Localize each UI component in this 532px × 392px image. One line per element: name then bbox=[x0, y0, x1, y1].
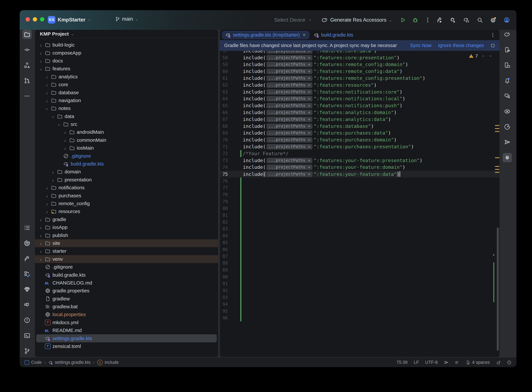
chevron-right-icon[interactable] bbox=[63, 138, 67, 142]
breadcrumb-file[interactable]: settings.gradle.kts bbox=[48, 360, 91, 365]
code-line-94[interactable]: 94 bbox=[220, 301, 499, 308]
chevron-right-icon[interactable] bbox=[39, 218, 43, 221]
line-number[interactable]: 68 bbox=[220, 124, 228, 129]
tree-row-venv[interactable]: venv bbox=[35, 255, 218, 263]
previous-problem-button[interactable] bbox=[481, 54, 485, 58]
tree-row-build-gradle-kts[interactable]: build.gradle.kts bbox=[35, 160, 218, 168]
chevron-right-icon[interactable] bbox=[39, 225, 43, 229]
code-line-71[interactable]: 71include(...projectPaths =":features:pu… bbox=[220, 143, 499, 150]
coverage-pie-icon[interactable] bbox=[23, 239, 32, 248]
code-line-75[interactable]: 75include(...projectPaths =":features:yo… bbox=[220, 171, 499, 177]
chevron-right-icon[interactable] bbox=[45, 202, 49, 205]
pie-outline-icon[interactable] bbox=[503, 122, 512, 131]
tab-options-button[interactable] bbox=[490, 32, 496, 38]
line-number[interactable]: 95 bbox=[220, 308, 228, 314]
chevron-right-icon[interactable] bbox=[39, 59, 43, 63]
debug-attach-icon[interactable] bbox=[450, 17, 456, 23]
line-number[interactable]: 69 bbox=[220, 131, 228, 135]
line-number[interactable]: 93 bbox=[220, 295, 228, 300]
chevron-down-icon[interactable] bbox=[39, 67, 43, 70]
code-line-65[interactable]: 65include(...projectPaths =":features:no… bbox=[220, 102, 499, 109]
line-number[interactable]: 89 bbox=[220, 267, 228, 273]
todo-list-icon[interactable] bbox=[23, 223, 32, 232]
line-ending[interactable]: LF bbox=[414, 360, 419, 365]
chevron-right-icon[interactable] bbox=[45, 91, 49, 94]
line-number[interactable]: 59 bbox=[220, 62, 228, 67]
chevron-down-icon[interactable] bbox=[51, 115, 55, 118]
warning-stripe-mark[interactable] bbox=[495, 128, 499, 129]
code-line-82[interactable]: 82 bbox=[220, 219, 499, 225]
dash-cat-icon[interactable] bbox=[23, 300, 32, 309]
tree-row-notes[interactable]: notes bbox=[35, 104, 218, 112]
project-switcher[interactable]: KS KmpStarter bbox=[48, 16, 91, 23]
editor-tab[interactable]: settings.gradle.kts (KmpStarter)✕ bbox=[222, 31, 309, 39]
line-number[interactable]: 75 bbox=[220, 172, 228, 177]
code-line-60[interactable]: 60include(...projectPaths =":features:re… bbox=[220, 68, 499, 75]
code-line-62[interactable]: 62include(...projectPaths =":features:re… bbox=[220, 82, 499, 89]
chevron-right-icon[interactable] bbox=[45, 99, 49, 102]
tree-row-purchases[interactable]: purchases bbox=[35, 191, 218, 200]
indent-settings[interactable]: 4 spaces bbox=[466, 360, 490, 365]
tree-row-core[interactable]: core bbox=[35, 81, 218, 89]
code-line-92[interactable]: 92 bbox=[220, 287, 499, 294]
line-number[interactable]: 70 bbox=[220, 137, 228, 142]
banner-box-icon[interactable] bbox=[490, 43, 495, 48]
line-number[interactable]: 61 bbox=[220, 76, 228, 81]
chevron-right-icon[interactable] bbox=[39, 241, 43, 245]
tree-row-mkdocs-yml[interactable]: Ymkdocs.yml bbox=[35, 319, 218, 327]
line-number[interactable]: 82 bbox=[220, 219, 228, 224]
code-line-58[interactable]: 58include(...projectPaths =":features:co… bbox=[220, 54, 499, 61]
line-number[interactable]: 67 bbox=[220, 117, 228, 122]
build-run-icon[interactable] bbox=[436, 17, 443, 23]
editor-tab[interactable]: build.gradle.kts bbox=[311, 31, 356, 39]
code-line-79[interactable]: 79 bbox=[220, 198, 499, 205]
code-line-72[interactable]: 72/*Your Feature*/ bbox=[220, 150, 499, 157]
line-number[interactable]: 74 bbox=[220, 165, 228, 170]
line-number[interactable]: 60 bbox=[220, 69, 228, 74]
line-number[interactable]: 87 bbox=[220, 254, 228, 259]
line-number[interactable]: 85 bbox=[220, 240, 228, 245]
warning-stripe-mark[interactable] bbox=[495, 169, 499, 170]
airplane-icon[interactable] bbox=[503, 138, 512, 147]
tree-row-androidmain[interactable]: androidMain bbox=[35, 128, 218, 136]
line-number[interactable]: 92 bbox=[220, 288, 228, 293]
line-number[interactable]: 88 bbox=[220, 261, 228, 266]
close-tab-icon[interactable]: ✕ bbox=[302, 33, 306, 37]
chevron-right-icon[interactable] bbox=[39, 233, 43, 237]
warning-stripe-mark[interactable] bbox=[495, 157, 499, 158]
more-actions-button[interactable] bbox=[424, 17, 431, 23]
code-line-61[interactable]: 61include(...projectPaths =":features:re… bbox=[220, 75, 499, 82]
warning-stripe-mark[interactable] bbox=[495, 172, 499, 173]
line-number[interactable]: 80 bbox=[220, 206, 228, 211]
chevron-down-icon[interactable] bbox=[45, 107, 49, 110]
tree-row-docs[interactable]: docs bbox=[35, 57, 218, 65]
gradle-sync-icon[interactable] bbox=[463, 17, 470, 23]
code-line-89[interactable]: 89 bbox=[220, 267, 499, 274]
device-manager-icon[interactable] bbox=[503, 45, 512, 54]
unlock-icon[interactable] bbox=[496, 360, 501, 365]
chevron-right-icon[interactable] bbox=[51, 170, 55, 173]
warning-stripe-mark[interactable] bbox=[495, 131, 499, 132]
run-button[interactable] bbox=[400, 17, 406, 23]
editor-scrollbar[interactable] bbox=[497, 228, 499, 351]
warning-count-badge[interactable]: 7 bbox=[469, 53, 478, 59]
line-number[interactable]: 94 bbox=[220, 302, 228, 307]
project-folder-icon[interactable] bbox=[23, 30, 32, 39]
insights-x-icon[interactable] bbox=[503, 107, 512, 116]
problems-icon[interactable] bbox=[23, 316, 32, 325]
chevron-right-icon[interactable] bbox=[45, 210, 49, 213]
tree-row-composeapp[interactable]: composeApp bbox=[35, 49, 218, 57]
breadcrumb-symbol[interactable]: λ include bbox=[97, 360, 119, 365]
code-line-91[interactable]: 91 bbox=[220, 280, 499, 287]
code-line-81[interactable]: 81 bbox=[220, 212, 499, 219]
code-line-69[interactable]: 69include(...projectPaths =":features:pu… bbox=[220, 130, 499, 136]
line-number[interactable]: 63 bbox=[220, 89, 228, 94]
layout-sync-icon[interactable] bbox=[23, 269, 32, 279]
code-line-93[interactable]: 93 bbox=[220, 294, 499, 301]
line-number[interactable]: 58 bbox=[220, 55, 228, 60]
code-line-70[interactable]: 70include(...projectPaths =":features:pu… bbox=[220, 136, 499, 143]
tree-row-settings-gradle-kts[interactable]: settings.gradle.kts bbox=[36, 334, 217, 342]
more-icon[interactable] bbox=[23, 91, 32, 101]
debug-button[interactable] bbox=[412, 17, 419, 23]
settings-gear-icon[interactable] bbox=[490, 17, 496, 23]
